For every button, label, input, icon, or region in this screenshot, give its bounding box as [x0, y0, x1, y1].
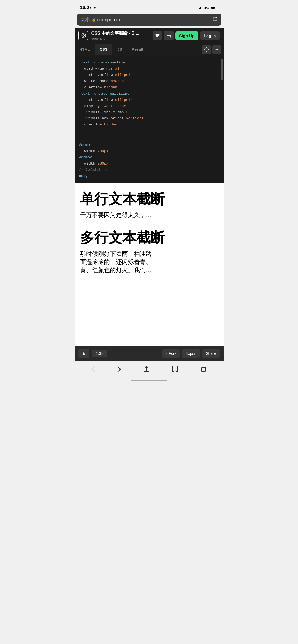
- css-number: 3: [126, 110, 128, 116]
- css-property: -webkit-line-clamp: [84, 110, 126, 116]
- signal-bars: [198, 6, 202, 9]
- css-value: ellipsis: [115, 97, 133, 103]
- url-prefix: 大小: [81, 17, 90, 23]
- css-property: display: [84, 103, 102, 110]
- login-button[interactable]: Log In: [200, 31, 220, 40]
- code-line: text-overflow ellipsis: [79, 72, 219, 78]
- tab-html[interactable]: HTML: [75, 44, 95, 55]
- demo-section-2: 多行文本截断 那时候刚好下着雨，柏油路面湿冷冷的，还闪烁着青、黄、红颜色的灯火。…: [80, 230, 218, 274]
- network-type: 4G: [204, 6, 209, 10]
- code-line: overflow hidden: [79, 85, 219, 91]
- refresh-button[interactable]: [212, 16, 218, 23]
- collapse-panel-button[interactable]: ▲: [78, 349, 89, 358]
- css-selector: .textTruncate-multiline: [79, 91, 129, 97]
- home-bar: [75, 378, 224, 385]
- url-text: 大小 🔒 codepen.io: [81, 17, 210, 23]
- svg-line-2: [83, 35, 86, 36]
- code-line: word-wrap normal: [79, 66, 219, 72]
- settings-button[interactable]: [202, 45, 211, 54]
- collapse-button[interactable]: [212, 45, 221, 54]
- codepen-title: CSS 中的文字截断 - Bl...: [91, 31, 149, 36]
- demo-heading-2: 多行文本截断: [80, 230, 218, 246]
- css-number: 280px: [97, 161, 109, 167]
- back-button[interactable]: [90, 365, 97, 375]
- tab-js[interactable]: JS: [112, 44, 127, 55]
- code-line: #demo2: [79, 154, 219, 161]
- codepen-actions: Sign Up Log In: [153, 31, 220, 40]
- css-value: hidden: [104, 122, 117, 128]
- css-value: ellipsis: [115, 72, 133, 78]
- code-line: .textTruncate-oneline: [79, 60, 219, 66]
- code-line: /* Defalut */: [79, 167, 219, 173]
- tabs-button[interactable]: [199, 364, 208, 376]
- css-id-selector: #demo2: [79, 154, 92, 161]
- codepen-logo: [78, 31, 88, 40]
- battery-indicator: [211, 6, 218, 9]
- css-property: width: [84, 161, 98, 167]
- fork-label: Fork: [169, 351, 176, 356]
- css-property: text-overflow: [84, 97, 115, 103]
- status-right: 4G: [198, 6, 218, 10]
- svg-line-1: [81, 35, 83, 36]
- css-value: nowrap: [111, 78, 124, 85]
- css-property: overflow: [84, 85, 104, 91]
- share-button[interactable]: Share: [202, 349, 220, 358]
- svg-point-8: [206, 49, 207, 50]
- css-selector: .textTruncate-oneline: [79, 60, 125, 66]
- css-property: width: [84, 148, 98, 154]
- tab-actions: [200, 43, 224, 56]
- svg-rect-9: [201, 368, 206, 371]
- menu-button[interactable]: [164, 31, 174, 40]
- codepen-author: yogwang: [91, 36, 149, 40]
- status-bar: 16:07 ➤ 4G: [75, 0, 224, 14]
- css-property: white-space: [84, 78, 111, 85]
- lock-icon: 🔒: [91, 18, 96, 22]
- css-property: text-overflow: [84, 72, 115, 78]
- fork-icon: ⑂: [166, 352, 168, 355]
- heart-button[interactable]: [153, 31, 162, 40]
- home-indicator: [131, 380, 167, 381]
- tab-list: HTML CSS JS Result: [75, 44, 200, 55]
- scrollbar[interactable]: [221, 59, 223, 80]
- css-number: 280px: [97, 148, 109, 154]
- code-line: -webkit-box-orient vertical: [79, 115, 219, 122]
- code-line: body: [79, 173, 219, 179]
- bookmarks-button[interactable]: [170, 364, 180, 376]
- result-area: 单行文本截断 千万不要因为走得太久，而忘记了当初为何出发。这是一段很长的文字。 …: [75, 183, 224, 346]
- demo-heading-1: 单行文本截断: [80, 191, 218, 207]
- css-value: hidden: [104, 85, 117, 91]
- share-button[interactable]: [142, 364, 151, 376]
- url-bar[interactable]: 大小 🔒 codepen.io: [77, 14, 221, 26]
- css-id-selector: #demo1: [79, 142, 92, 148]
- code-line: white-space nowrap: [79, 78, 219, 85]
- code-line: display -webkit-box: [79, 103, 219, 110]
- css-property: overflow: [84, 122, 104, 128]
- svg-rect-5: [167, 34, 171, 34]
- demo-section-1: 单行文本截断 千万不要因为走得太久，而忘记了当初为何出发。这是一段很长的文字。: [80, 191, 218, 219]
- status-time: 16:07 ➤: [80, 5, 96, 10]
- tab-css[interactable]: CSS: [95, 44, 112, 55]
- codepen-title-area: CSS 中的文字截断 - Bl... yogwang: [91, 31, 149, 40]
- fork-button[interactable]: ⑂ Fork: [162, 349, 180, 358]
- bottom-actions: ⑂ Fork Export Share: [162, 349, 220, 358]
- forward-button[interactable]: [116, 365, 123, 375]
- tab-result[interactable]: Result: [127, 44, 148, 55]
- code-line: -webkit-line-clamp 3: [79, 110, 219, 116]
- time-label: 16:07: [80, 5, 92, 10]
- demo-text-single: 千万不要因为走得太久，而忘记了当初为何出发。这是一段很长的文字。: [80, 211, 156, 219]
- editor-tabs: HTML CSS JS Result: [75, 43, 224, 56]
- css-comment: /* Defalut */: [79, 167, 107, 173]
- code-line: width 280px: [79, 161, 219, 167]
- css-selector: body: [79, 173, 88, 179]
- navigation-icon: ➤: [93, 6, 96, 10]
- code-line: width 280px: [79, 148, 219, 154]
- export-button[interactable]: Export: [182, 349, 200, 358]
- code-line: text-overflow ellipsis: [79, 97, 219, 103]
- zoom-button[interactable]: 1.0×: [92, 350, 107, 357]
- code-line: #demo1: [79, 142, 219, 148]
- code-editor: .textTruncate-oneline word-wrap normal t…: [75, 56, 224, 183]
- code-line: overflow hidden: [79, 122, 219, 128]
- signup-button[interactable]: Sign Up: [175, 31, 198, 40]
- demo-text-multi: 那时候刚好下着雨，柏油路面湿冷冷的，还闪烁着青、黄、红颜色的灯火。我们就在骑楼下…: [80, 250, 156, 274]
- svg-rect-7: [167, 37, 169, 37]
